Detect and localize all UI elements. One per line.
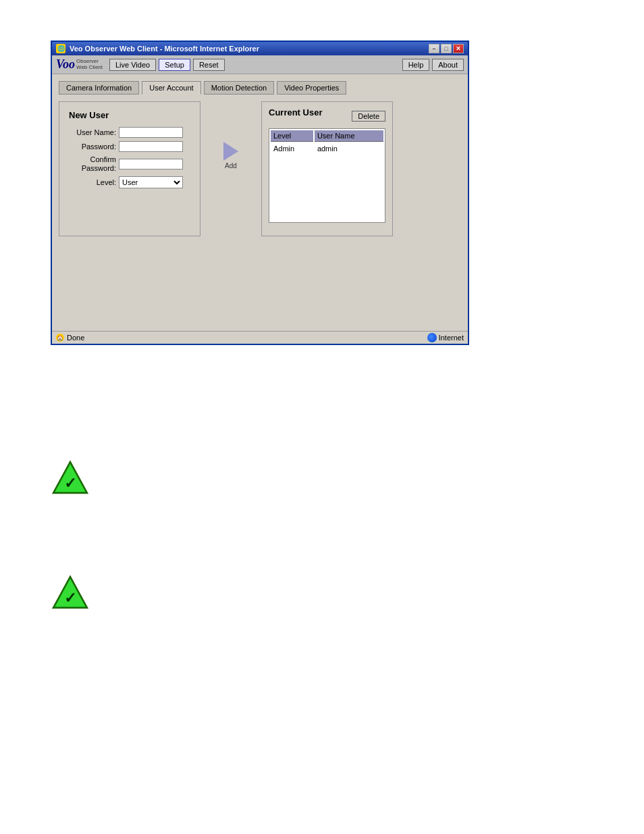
tabs-row: Camera Information User Account Motion D… [59, 81, 461, 95]
password-input[interactable] [119, 141, 183, 152]
username-column-header: User Name [315, 130, 383, 142]
setup-button[interactable]: Setup [159, 59, 190, 71]
globe-icon [427, 333, 437, 342]
logo-veo: Voo [56, 57, 75, 72]
window-title: Veo Observer Web Client - Microsoft Inte… [70, 45, 259, 53]
title-bar-left: 🌐 Veo Observer Web Client - Microsoft In… [56, 44, 259, 53]
confirm-password-row: ConfirmPassword: [69, 155, 190, 173]
current-user-title: Current User [269, 107, 322, 118]
level-column-header: Level [271, 130, 313, 142]
user-level-cell: Admin [271, 143, 313, 154]
level-label: Level: [69, 178, 116, 186]
user-name-cell: admin [315, 143, 383, 154]
add-button[interactable]: Add [223, 142, 238, 170]
title-bar: 🌐 Veo Observer Web Client - Microsoft In… [52, 42, 468, 55]
browser-icon: 🌐 [56, 44, 65, 53]
tab-camera-information[interactable]: Camera Information [59, 81, 139, 95]
status-text: Done [67, 334, 84, 342]
minimize-button[interactable]: – [429, 44, 439, 53]
user-table: Level User Name Admin admin [269, 129, 385, 155]
username-label: User Name: [69, 128, 116, 136]
warning-triangle-1: ✓ [51, 459, 90, 498]
help-button[interactable]: Help [402, 59, 430, 71]
svg-text:✓: ✓ [64, 475, 76, 492]
level-row: Level: User Admin [69, 176, 190, 188]
new-user-title: New User [69, 110, 190, 120]
status-icon: 🏠 [56, 334, 64, 342]
tab-video-properties[interactable]: Video Properties [277, 81, 346, 95]
delete-button[interactable]: Delete [352, 111, 385, 122]
arrow-icon [223, 142, 238, 161]
main-content: Camera Information User Account Motion D… [52, 74, 468, 331]
password-row: Password: [69, 141, 190, 152]
warning-icon-2: ✓ [51, 574, 90, 611]
warning-icon-1: ✓ [51, 459, 90, 496]
warning-triangle-2: ✓ [51, 574, 90, 613]
restore-button[interactable]: □ [441, 44, 452, 53]
table-row[interactable]: Admin admin [271, 143, 383, 154]
close-button[interactable]: ✕ [453, 44, 464, 53]
current-user-header: Current User Delete [269, 107, 385, 124]
tab-user-account[interactable]: User Account [142, 81, 200, 95]
logo-subtitle: Observer Web Client [76, 59, 103, 71]
username-row: User Name: [69, 127, 190, 138]
status-bar: 🏠 Done Internet [52, 331, 468, 344]
internet-indicator: Internet [427, 333, 464, 342]
tab-motion-detection[interactable]: Motion Detection [204, 81, 275, 95]
app-toolbar: Voo Observer Web Client Live Video Setup… [52, 55, 468, 74]
logo-area: Voo Observer Web Client [56, 57, 103, 72]
confirm-password-label: ConfirmPassword: [69, 155, 116, 173]
username-input[interactable] [119, 127, 183, 138]
current-user-panel: Current User Delete Level User Name [261, 101, 393, 236]
status-left: 🏠 Done [56, 334, 84, 342]
toolbar-right-group: Help About [402, 59, 464, 71]
panels-row: New User User Name: Password: ConfirmPas… [59, 101, 461, 236]
browser-window: 🌐 Veo Observer Web Client - Microsoft In… [51, 41, 469, 345]
reset-button[interactable]: Reset [193, 59, 225, 71]
about-button[interactable]: About [432, 59, 464, 71]
svg-text:✓: ✓ [64, 590, 76, 606]
password-label: Password: [69, 142, 116, 151]
level-select[interactable]: User Admin [119, 176, 183, 188]
new-user-panel: New User User Name: Password: ConfirmPas… [59, 101, 200, 236]
status-right: Internet [427, 333, 464, 342]
confirm-password-input[interactable] [119, 159, 183, 170]
title-bar-controls: – □ ✕ [429, 44, 464, 53]
add-label: Add [225, 162, 237, 170]
add-arrow-area: Add [214, 101, 248, 170]
zone-label: Internet [439, 334, 464, 342]
user-table-container: Level User Name Admin admin [269, 128, 385, 223]
live-video-button[interactable]: Live Video [109, 59, 156, 71]
